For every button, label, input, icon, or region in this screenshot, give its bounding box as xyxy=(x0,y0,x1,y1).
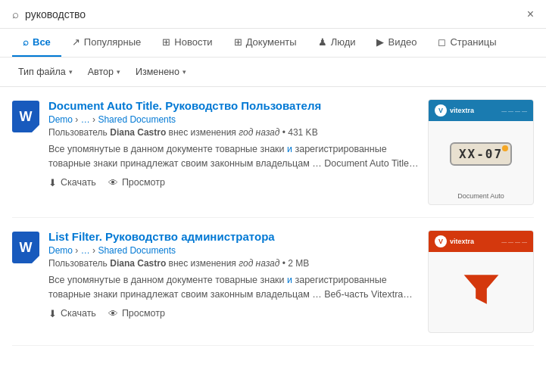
download-label: Скачать xyxy=(61,308,96,319)
result-thumbnail: V vitextra — — — — xyxy=(428,230,534,333)
word-document-icon xyxy=(12,101,39,132)
tab-docs-label: Документы xyxy=(246,36,297,48)
tab-people[interactable]: ♟ Люди xyxy=(307,29,367,57)
breadcrumb-separator: › xyxy=(75,114,80,125)
tab-popular-label: Популярные xyxy=(84,36,141,48)
result-thumbnail: V vitextra — — — — XX-07 Document Auto xyxy=(428,99,534,205)
tab-pages[interactable]: ◻ Страницы xyxy=(427,29,507,57)
meta-prefix: Пользователь xyxy=(48,127,110,138)
result-title[interactable]: List Filter. Руководство администратора xyxy=(48,230,419,243)
tab-all-label: Все xyxy=(33,36,51,48)
tab-popular[interactable]: ↗ Популярные xyxy=(61,29,151,57)
result-content: Document Auto Title. Руководство Пользов… xyxy=(48,99,419,188)
vitextra-logo: V vitextra xyxy=(435,235,474,247)
tab-popular-icon: ↗ xyxy=(72,36,80,48)
meta-size: 2 MB xyxy=(288,258,309,269)
subfilter-filetype-label: Тип файла xyxy=(18,67,66,77)
tab-news-label: Новости xyxy=(174,36,212,48)
filter-tabs: ⌕ Все ↗ Популярные ⊞ Новости ⊞ Документы… xyxy=(0,29,546,58)
result-snippet: Все упомянутые в данном документе товарн… xyxy=(48,273,419,302)
download-action[interactable]: ⬇ Скачать xyxy=(48,177,96,188)
tab-all[interactable]: ⌕ Все xyxy=(12,29,61,57)
license-plate: XX-07 xyxy=(450,142,512,166)
thumb-label: Document Auto xyxy=(429,189,533,204)
preview-action[interactable]: 👁 Просмотр xyxy=(108,308,165,319)
snippet-link[interactable]: и xyxy=(287,275,292,285)
preview-action[interactable]: 👁 Просмотр xyxy=(108,177,165,188)
meta-dot: • xyxy=(279,258,288,269)
chevron-down-icon: ▾ xyxy=(183,68,186,76)
breadcrumb-demo[interactable]: Demo xyxy=(48,245,73,256)
download-icon: ⬇ xyxy=(48,308,57,319)
funnel-graphic xyxy=(460,258,502,319)
download-icon: ⬇ xyxy=(48,177,57,188)
result-snippet: Все упомянутые в данном документе товарн… xyxy=(48,142,419,171)
meta-dot: • xyxy=(279,127,288,138)
result-actions: ⬇ Скачать 👁 Просмотр xyxy=(48,308,419,319)
subfilter-modified-label: Изменено xyxy=(136,67,179,77)
meta-time: год назад xyxy=(236,127,280,138)
search-clear-button[interactable]: × xyxy=(527,8,534,20)
snippet-link[interactable]: и xyxy=(287,144,292,154)
thumb-small-text: — — — — xyxy=(501,108,527,114)
tab-people-icon: ♟ xyxy=(318,36,327,48)
preview-icon: 👁 xyxy=(108,308,118,319)
breadcrumb-ellipsis[interactable]: … xyxy=(81,245,90,256)
search-input[interactable] xyxy=(25,8,521,20)
preview-label: Просмотр xyxy=(122,177,165,188)
preview-icon: 👁 xyxy=(108,177,118,188)
preview-label: Просмотр xyxy=(122,308,165,319)
meta-size: 431 KB xyxy=(288,127,317,138)
svg-marker-0 xyxy=(463,275,498,304)
word-document-icon xyxy=(12,232,39,263)
meta-time: год назад xyxy=(236,258,280,269)
sub-filters: Тип файла ▾ Автор ▾ Изменено ▾ xyxy=(0,58,546,87)
result-item: Document Auto Title. Руководство Пользов… xyxy=(12,87,534,218)
vitextra-v-icon: V xyxy=(435,104,447,117)
thumb-label xyxy=(429,325,533,332)
tab-news-icon: ⊞ xyxy=(162,36,170,48)
tab-video-icon: ▶ xyxy=(376,36,384,48)
breadcrumb: Demo › … › Shared Documents xyxy=(48,114,419,125)
tab-video[interactable]: ▶ Видео xyxy=(366,29,427,57)
vitextra-logo: V vitextra xyxy=(435,104,474,117)
tab-video-label: Видео xyxy=(388,36,417,48)
subfilter-author[interactable]: Автор ▾ xyxy=(82,64,126,80)
breadcrumb: Demo › … › Shared Documents xyxy=(48,245,419,256)
thumb-header: V vitextra — — — — xyxy=(429,100,533,121)
thumb-body xyxy=(429,252,533,325)
breadcrumb-shared-docs[interactable]: Shared Documents xyxy=(98,114,176,125)
download-label: Скачать xyxy=(61,177,96,188)
meta-middle: внес изменения xyxy=(166,127,236,138)
tab-news[interactable]: ⊞ Новости xyxy=(151,29,223,57)
breadcrumb-shared-docs[interactable]: Shared Documents xyxy=(98,245,176,256)
subfilter-author-label: Автор xyxy=(88,67,114,77)
meta-author: Diana Castro xyxy=(110,258,166,269)
vitextra-name: vitextra xyxy=(450,107,474,114)
meta-prefix: Пользователь xyxy=(48,258,110,269)
result-meta: Пользователь Diana Castro внес изменения… xyxy=(48,258,419,269)
breadcrumb-separator: › xyxy=(75,245,80,256)
result-title[interactable]: Document Auto Title. Руководство Пользов… xyxy=(48,99,419,112)
search-bar: ⌕ × xyxy=(0,0,546,29)
result-meta: Пользователь Diana Castro внес изменения… xyxy=(48,127,419,138)
chevron-down-icon: ▾ xyxy=(69,68,73,76)
thumb-header: V vitextra — — — — xyxy=(429,231,533,252)
meta-middle: внес изменения xyxy=(166,258,236,269)
subfilter-filetype[interactable]: Тип файла ▾ xyxy=(12,64,79,80)
tab-people-label: Люди xyxy=(331,36,356,48)
thumb-body: XX-07 xyxy=(429,121,533,189)
tab-docs-icon: ⊞ xyxy=(234,36,242,48)
tab-pages-label: Страницы xyxy=(450,36,496,48)
breadcrumb-ellipsis[interactable]: … xyxy=(81,114,90,125)
tab-docs[interactable]: ⊞ Документы xyxy=(223,29,307,57)
vitextra-name: vitextra xyxy=(450,238,474,245)
subfilter-modified[interactable]: Изменено ▾ xyxy=(129,64,192,80)
search-icon: ⌕ xyxy=(12,8,19,20)
tab-all-icon: ⌕ xyxy=(23,36,29,48)
result-content: List Filter. Руководство администратора … xyxy=(48,230,419,319)
download-action[interactable]: ⬇ Скачать xyxy=(48,308,96,319)
chevron-down-icon: ▾ xyxy=(117,68,120,76)
breadcrumb-demo[interactable]: Demo xyxy=(48,114,73,125)
result-item: List Filter. Руководство администратора … xyxy=(12,218,534,346)
